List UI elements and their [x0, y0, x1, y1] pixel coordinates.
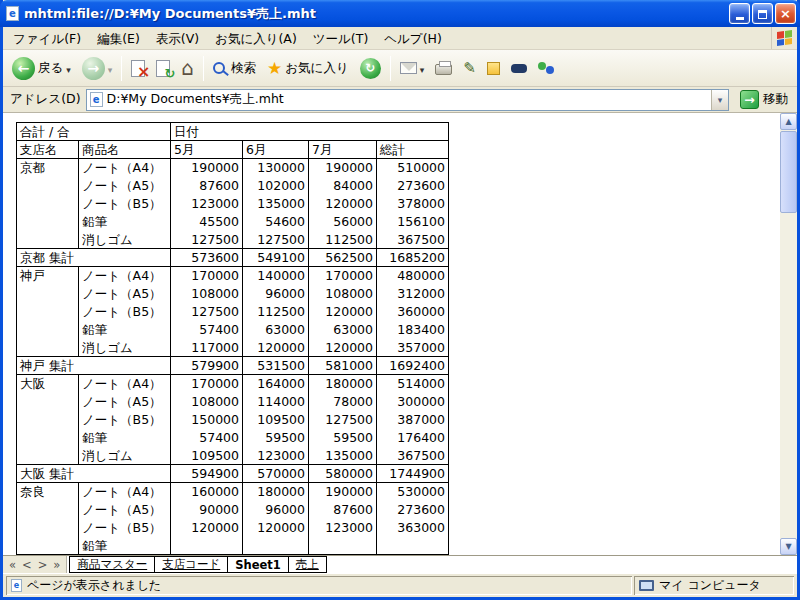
search-button[interactable]: 検索	[208, 53, 261, 84]
favorites-button[interactable]: お気に入り	[262, 53, 354, 84]
value-cell: 78000	[309, 393, 377, 411]
value-cell: 56000	[309, 213, 377, 231]
menu-file[interactable]: ファイル(F)	[5, 28, 89, 49]
subtotal-value-cell: 570000	[243, 465, 309, 483]
value-cell: 135000	[309, 447, 377, 465]
product-name-cell: 鉛筆	[79, 537, 171, 555]
close-button[interactable]	[775, 3, 796, 24]
last-sheet-button[interactable]: »	[53, 558, 60, 572]
product-name-cell: 消しゴム	[79, 447, 171, 465]
address-label: アドレス(D)	[10, 91, 81, 108]
stop-button[interactable]	[126, 53, 150, 84]
product-name-cell: ノート（A4）	[79, 483, 171, 501]
prev-sheet-button[interactable]: <	[22, 558, 32, 572]
notes-button[interactable]	[482, 53, 505, 84]
value-cell: 109500	[243, 411, 309, 429]
table-header-row: 合計 / 合 日付	[17, 123, 449, 141]
product-row: ノート（B5）127500112500120000360000	[17, 303, 449, 321]
go-button[interactable]: 移動	[734, 88, 794, 112]
first-sheet-button[interactable]: «	[9, 558, 16, 572]
value-cell	[243, 537, 309, 555]
scroll-up-button[interactable]	[780, 113, 797, 130]
maximize-button[interactable]	[752, 3, 773, 24]
history-button[interactable]	[355, 53, 386, 84]
menu-help[interactable]: ヘルプ(H)	[376, 28, 450, 49]
value-cell: 63000	[243, 321, 309, 339]
address-input[interactable]: D:¥My Documents¥売上.mht	[86, 89, 729, 111]
value-cell: 180000	[243, 483, 309, 501]
scroll-down-button[interactable]	[780, 538, 797, 555]
go-label: 移動	[763, 91, 788, 108]
value-cell: 130000	[243, 159, 309, 177]
menu-favorites[interactable]: お気に入り(A)	[207, 28, 305, 49]
value-cell: 514000	[377, 375, 449, 393]
scrollbar-track[interactable]	[780, 214, 797, 538]
address-dropdown-button[interactable]	[711, 90, 728, 110]
product-name-cell: 消しゴム	[79, 231, 171, 249]
titlebar: mhtml:file://D:¥My Documents¥売上.mht	[0, 0, 800, 27]
value-cell: 112500	[309, 231, 377, 249]
sheet-tab-branch-code[interactable]: 支店コード	[155, 557, 228, 572]
branch-name-cell: 京都	[17, 159, 79, 249]
page-status-icon	[11, 579, 22, 592]
value-cell: 176400	[377, 429, 449, 447]
product-name-cell: ノート（A4）	[79, 375, 171, 393]
product-row: ノート（A5）900009600087600273600	[17, 501, 449, 519]
windows-logo	[771, 27, 797, 49]
value-cell: 120000	[309, 303, 377, 321]
sheet-tabs: 商品マスター 支店コード Sheet1 売上	[69, 556, 326, 573]
menu-tools[interactable]: ツール(T)	[305, 28, 376, 49]
sales-pivot-table: 合計 / 合 日付 支店名 商品名 5月 6月 7月 総計 京都ノート（A4）1…	[16, 122, 449, 555]
print-button[interactable]	[430, 53, 457, 84]
product-row: ノート（B5）150000109500127500387000	[17, 411, 449, 429]
messenger-button[interactable]	[533, 53, 559, 84]
minimize-button[interactable]	[729, 3, 750, 24]
product-name-cell: ノート（A5）	[79, 285, 171, 303]
home-button[interactable]	[176, 53, 199, 84]
find-button[interactable]	[506, 53, 532, 84]
subtotal-value-cell: 573600	[171, 249, 243, 267]
value-cell: 135000	[243, 195, 309, 213]
value-cell: 108000	[171, 393, 243, 411]
subtotal-row: 大阪 集計5949005700005800001744900	[17, 465, 449, 483]
mail-button[interactable]	[395, 53, 430, 84]
favorites-star-icon	[267, 58, 282, 78]
value-cell: 300000	[377, 393, 449, 411]
refresh-button[interactable]	[151, 53, 175, 84]
scrollbar-thumb[interactable]	[780, 131, 797, 213]
sheet-tab-product-master[interactable]: 商品マスター	[70, 557, 155, 572]
menubar: ファイル(F) 編集(E) 表示(V) お気に入り(A) ツール(T) ヘルプ(…	[3, 27, 797, 50]
toolbar-separator	[203, 56, 204, 81]
sheet-tab-sales[interactable]: 売上	[289, 557, 326, 572]
product-row: 奈良ノート（A4）160000180000190000530000	[17, 483, 449, 501]
value-cell: 378000	[377, 195, 449, 213]
mail-dropdown-icon[interactable]	[420, 61, 425, 76]
back-button[interactable]: 戻る	[7, 53, 76, 84]
back-dropdown-icon[interactable]	[66, 61, 71, 76]
subtotal-value-cell: 1692400	[377, 357, 449, 375]
menu-edit[interactable]: 編集(E)	[89, 28, 148, 49]
product-row: ノート（B5）123000135000120000378000	[17, 195, 449, 213]
history-icon	[360, 58, 381, 79]
next-sheet-button[interactable]: >	[38, 558, 48, 572]
branch-name-cell: 神戸	[17, 267, 79, 357]
edit-button[interactable]	[458, 53, 481, 84]
branch-name-cell: 奈良	[17, 483, 79, 555]
date-header-cell: 日付	[171, 123, 449, 141]
ie-browser-window: mhtml:file://D:¥My Documents¥売上.mht ファイル…	[0, 0, 800, 600]
value-cell: 127500	[243, 231, 309, 249]
product-name-cell: ノート（B5）	[79, 519, 171, 537]
sheet-tab-sheet1[interactable]: Sheet1	[228, 557, 289, 572]
value-cell	[171, 537, 243, 555]
vertical-scrollbar[interactable]	[780, 113, 797, 555]
stop-icon	[131, 60, 145, 77]
product-row: 京都ノート（A4）190000130000190000510000	[17, 159, 449, 177]
zone-label: マイ コンピュータ	[659, 577, 761, 594]
value-cell: 170000	[309, 267, 377, 285]
value-cell: 84000	[309, 177, 377, 195]
menu-view[interactable]: 表示(V)	[148, 28, 207, 49]
print-icon	[435, 64, 452, 75]
forward-button[interactable]	[77, 53, 118, 84]
col-header-may: 5月	[171, 141, 243, 159]
value-cell: 57400	[171, 321, 243, 339]
